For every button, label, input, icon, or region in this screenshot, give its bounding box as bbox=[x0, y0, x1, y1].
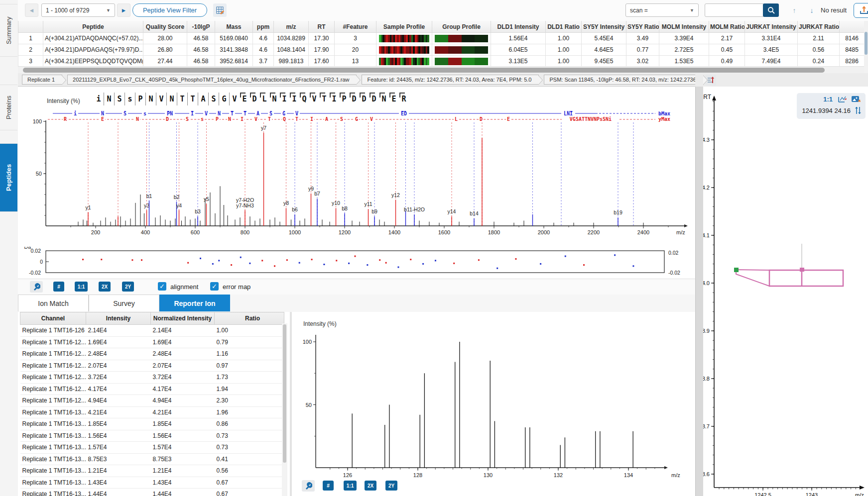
zoom-2x-button[interactable]: 2X bbox=[99, 282, 111, 292]
scrollbar-thumb[interactable] bbox=[23, 68, 825, 73]
breadcrumb-chip[interactable]: PSM: Scan 11845, -10lgP: 46.58, RT: 24.0… bbox=[544, 75, 703, 85]
table-row[interactable]: Replicate 1 TMT16-13...1.85E41.85E40.86 bbox=[20, 418, 284, 430]
column-header[interactable]: MOLM Intensity bbox=[659, 21, 709, 33]
svg-text:y14: y14 bbox=[448, 208, 456, 214]
svg-text:2000: 2000 bbox=[538, 229, 550, 235]
sliders-icon[interactable] bbox=[855, 106, 862, 114]
column-header[interactable]: Ratio bbox=[215, 312, 284, 325]
table-row[interactable]: 2A(+304.21)DAPDAGAQS(+79.97)D...26.8046.… bbox=[18, 44, 865, 56]
table-row[interactable]: 1A(+304.21)ATDAQDANQC(+57.02)...28.0046.… bbox=[18, 33, 865, 44]
table-edit-icon[interactable] bbox=[213, 3, 227, 17]
table-row[interactable]: Replicate 1 TMT16-13...4.21E44.21E41.96 bbox=[20, 406, 284, 418]
sidebar-item-peptides[interactable]: Peptides bbox=[0, 143, 17, 212]
table-row[interactable]: Replicate 1 TMT16-12...3.72E43.72E41.73 bbox=[20, 372, 284, 384]
table-cell: 2.48E4 bbox=[86, 348, 151, 360]
column-header[interactable]: JURKAT Ratio bbox=[798, 21, 840, 33]
table-row[interactable]: Replicate 1 TMT16-13...1.43E41.43E40.67 bbox=[20, 477, 284, 489]
sidebar-item-proteins[interactable]: Proteins bbox=[0, 85, 17, 130]
scrollbar-thumb[interactable] bbox=[865, 32, 868, 55]
svg-text:y5: y5 bbox=[204, 196, 209, 202]
column-header[interactable]: DLD1 Intensity bbox=[491, 21, 546, 33]
svg-text:-0.02: -0.02 bbox=[668, 270, 680, 276]
column-header[interactable]: DLD1 Ratio bbox=[546, 21, 582, 33]
table-row[interactable]: 3A(+304.21)EEPPSQLDQDTQVQDM(...27.4446.5… bbox=[18, 56, 865, 67]
column-header[interactable] bbox=[840, 21, 865, 33]
table-row[interactable]: Replicate 1 TMT16-13...1.57E41.57E40.73 bbox=[20, 442, 284, 454]
feature-map-chart[interactable]: RT24.324.224.124.023.923.823.723.61242.5… bbox=[703, 87, 868, 496]
error-map-checkbox[interactable]: ✓ bbox=[210, 282, 219, 291]
reset-zoom-button[interactable]: 1:1 bbox=[344, 481, 357, 491]
tab-survey[interactable]: Survey bbox=[89, 295, 159, 311]
peptide-view-filter-button[interactable]: Peptide View Filter bbox=[132, 3, 207, 17]
column-header[interactable]: Quality Score bbox=[143, 21, 187, 33]
column-header[interactable]: MOLM Ratio bbox=[709, 21, 745, 33]
column-header[interactable]: Mass bbox=[215, 21, 253, 33]
sequence-residue: G bbox=[219, 93, 230, 105]
svg-text:24.2: 24.2 bbox=[703, 185, 710, 191]
table-row[interactable]: Replicate 1 TMT16-13...8.75E38.75E30.41 bbox=[20, 453, 284, 465]
search-input[interactable] bbox=[705, 3, 764, 17]
chart-pen-icon[interactable] bbox=[838, 96, 847, 103]
search-field-dropdown[interactable]: scan = ▼ bbox=[625, 3, 699, 17]
reporter-table-scrollbar[interactable] bbox=[282, 323, 287, 496]
column-header[interactable]: Peptide bbox=[43, 21, 143, 33]
reset-zoom-button[interactable]: 1:1 bbox=[75, 282, 88, 292]
column-header[interactable]: m/z bbox=[274, 21, 309, 33]
breadcrumb-chip[interactable]: Replicate 1 bbox=[22, 75, 62, 85]
column-header[interactable] bbox=[18, 21, 43, 33]
zoom-2y-button[interactable]: 2Y bbox=[385, 481, 397, 491]
column-header[interactable]: Group Profile bbox=[432, 21, 491, 33]
column-header[interactable]: RT bbox=[309, 21, 335, 33]
right-panel-top-strip bbox=[695, 73, 868, 87]
table-row[interactable]: Replicate 1 TMT16-13...1.21E41.21E40.56 bbox=[20, 465, 284, 477]
scrollbar-thumb[interactable] bbox=[283, 324, 286, 463]
column-header[interactable]: SY5Y Ratio bbox=[626, 21, 659, 33]
column-header[interactable]: JURKAT Intensity bbox=[745, 21, 798, 33]
table-cell: 6.04E5 bbox=[491, 44, 546, 56]
image-export-icon[interactable] bbox=[852, 96, 862, 103]
table-row[interactable]: Replicate 1 TMT16-13...1.56E41.56E40.73 bbox=[20, 430, 284, 442]
zoom-2x-button[interactable]: 2X bbox=[365, 481, 376, 491]
find-next-button[interactable]: ↓ bbox=[805, 3, 819, 17]
tools-button[interactable] bbox=[302, 480, 315, 492]
pagination-dropdown[interactable]: 1 - 1000 of 9729 ▼ bbox=[41, 3, 115, 17]
svg-text:600: 600 bbox=[191, 229, 200, 235]
reporter-spectrum-chart[interactable]: 10050126128130132134m/z bbox=[292, 312, 695, 481]
export-button[interactable] bbox=[854, 3, 868, 18]
column-header[interactable]: Channel bbox=[20, 312, 86, 325]
show-annotations-button[interactable]: # bbox=[323, 481, 334, 491]
table-row[interactable]: Replicate 1 TMT16-12...2.07E42.07E40.97 bbox=[20, 360, 284, 372]
search-button[interactable] bbox=[763, 3, 779, 17]
table-row[interactable]: Replicate 1 TMT16-12...2.48E42.48E41.16 bbox=[20, 348, 284, 360]
table-row[interactable]: Replicate 1 TMT16-12...4.94E44.94E42.30 bbox=[20, 395, 284, 407]
sidebar-item-summary[interactable]: Summary bbox=[0, 4, 17, 57]
table-vertical-scrollbar[interactable] bbox=[864, 21, 868, 66]
table-row[interactable]: Replicate 1 TMT16-12...1.69E41.69E40.79 bbox=[20, 336, 284, 348]
table-cell: 1.00 bbox=[546, 33, 582, 44]
next-page-button[interactable]: ► bbox=[117, 3, 130, 17]
column-header[interactable]: -10lgP bbox=[187, 21, 215, 33]
msms-spectrum-chart[interactable]: iiNNSSssPNPNIIVVNNTTTTAASSGGVVEDEDLNILNI… bbox=[18, 106, 695, 247]
breadcrumb-chip[interactable]: Feature: id: 24435, m/z: 1242.2736, RT: … bbox=[362, 75, 539, 85]
alignment-checkbox[interactable]: ✓ bbox=[158, 282, 166, 291]
tab-ion-match[interactable]: Ion Match bbox=[18, 295, 89, 311]
column-header[interactable]: Intensity bbox=[86, 312, 151, 325]
prev-page-button[interactable]: ◄ bbox=[25, 3, 38, 17]
column-header[interactable]: Normalized Intensity bbox=[151, 312, 215, 325]
column-header[interactable]: #Feature bbox=[335, 21, 376, 33]
column-header[interactable]: SY5Y Intensity bbox=[582, 21, 626, 33]
table-horizontal-scrollbar[interactable] bbox=[18, 66, 864, 74]
table-cell: 8485 bbox=[840, 44, 865, 56]
table-row[interactable]: Replicate 1 TMT16-13...1.44E41.44E40.67 bbox=[20, 489, 284, 496]
tab-reporter-ion[interactable]: Reporter Ion bbox=[159, 295, 230, 311]
tools-button[interactable] bbox=[30, 281, 43, 293]
column-header[interactable]: ppm bbox=[253, 21, 274, 33]
find-previous-button[interactable]: ↑ bbox=[787, 3, 801, 17]
table-row[interactable]: Replicate 1 TMT16-12...4.17E44.17E41.94 bbox=[20, 383, 284, 395]
sequence-residue: R bbox=[399, 93, 409, 105]
column-header[interactable]: Sample Profile bbox=[376, 21, 432, 33]
table-row[interactable]: Replicate 1 TMT16-1262.14E42.14E41.00 bbox=[20, 325, 284, 337]
breadcrumb-chip[interactable]: 20211129_EXPL8_Evo7_CLK_40SPD_45k_Phosph… bbox=[67, 75, 357, 85]
zoom-2y-button[interactable]: 2Y bbox=[122, 282, 134, 292]
show-annotations-button[interactable]: # bbox=[53, 282, 64, 292]
